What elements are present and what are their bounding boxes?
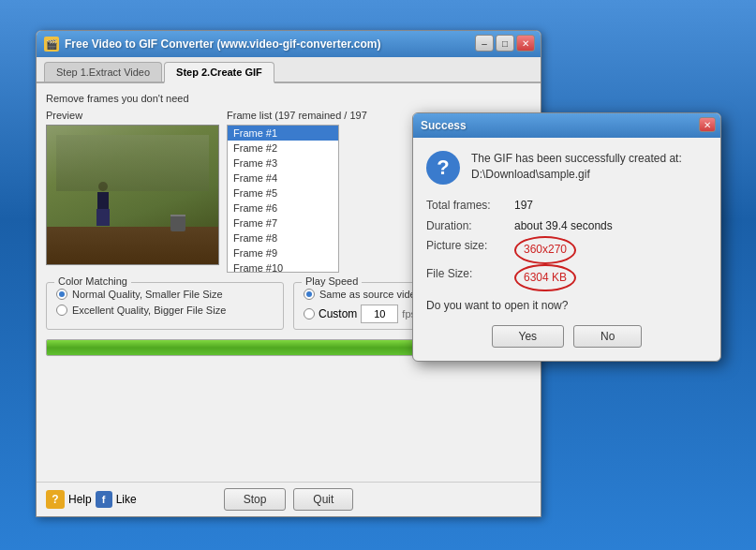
- dialog-message-text: The GIF has been successfully created at…: [471, 152, 682, 181]
- total-frames-value: 197: [514, 196, 533, 216]
- dialog-message: The GIF has been successfully created at…: [471, 151, 682, 183]
- duration-label: Duration:: [426, 216, 511, 237]
- total-frames-label: Total frames:: [426, 196, 511, 216]
- file-size-row: File Size: 6304 KB: [426, 264, 707, 292]
- total-frames-row: Total frames: 197: [426, 196, 707, 216]
- file-size-highlight: 6304 KB: [514, 264, 576, 292]
- file-size-value: 6304 KB: [514, 264, 576, 292]
- picture-size-label: Picture size:: [426, 236, 511, 264]
- dialog-icon-row: ? The GIF has been successfully created …: [426, 151, 707, 185]
- no-button[interactable]: No: [573, 325, 642, 348]
- dialog-content: ? The GIF has been successfully created …: [413, 138, 720, 361]
- file-size-label: File Size:: [426, 264, 511, 292]
- dialog-title-bar: Success ✕: [413, 113, 720, 138]
- dialog-stats: Total frames: 197 Duration: about 39.4 s…: [426, 196, 707, 291]
- dialog-buttons: Yes No: [426, 325, 707, 348]
- picture-size-value: 360x270: [514, 236, 576, 264]
- duration-value: about 39.4 seconds: [514, 216, 613, 237]
- dialog-question: Do you want to open it now?: [426, 299, 707, 312]
- dialog-overlay: Success ✕ ? The GIF has been successfull…: [0, 0, 756, 550]
- yes-button[interactable]: Yes: [492, 325, 565, 348]
- dialog-info-icon: ?: [426, 151, 460, 185]
- dialog-title: Success: [421, 119, 467, 132]
- picture-size-highlight: 360x270: [514, 236, 576, 264]
- duration-row: Duration: about 39.4 seconds: [426, 216, 707, 237]
- success-dialog: Success ✕ ? The GIF has been successfull…: [412, 112, 721, 362]
- picture-size-row: Picture size: 360x270: [426, 236, 707, 264]
- dialog-close-button[interactable]: ✕: [699, 117, 716, 132]
